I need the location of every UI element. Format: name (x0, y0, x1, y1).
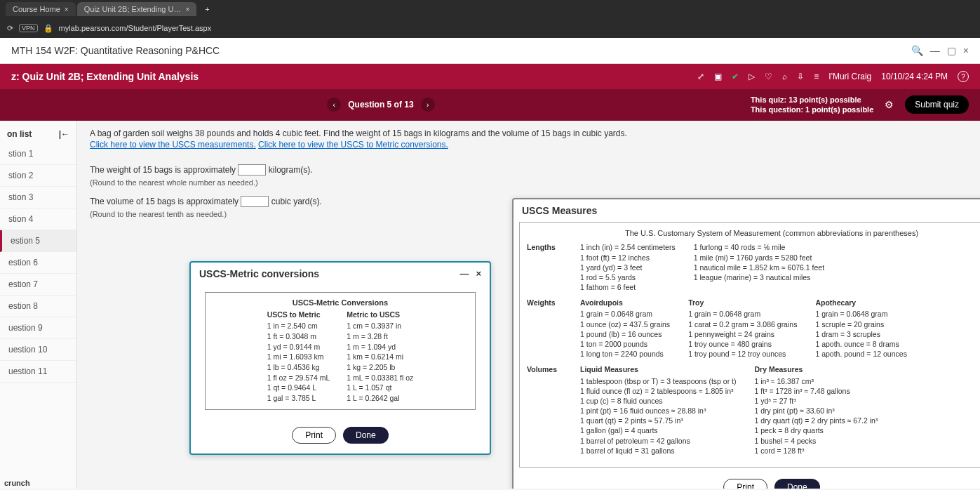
new-tab-button[interactable]: + (198, 2, 216, 16)
uscs-measures-popup: USCS Measures — × The U.S. Customary Sys… (512, 198, 980, 489)
user-name: I'Muri Craig (828, 72, 871, 81)
lock-icon: 🔒 (43, 24, 53, 33)
toolbar-icon[interactable]: ⌕ (782, 72, 787, 81)
collapse-icon[interactable]: |← (59, 129, 69, 139)
weight-input[interactable] (238, 164, 266, 176)
window-controls: 🔍 — ▢ × (911, 45, 969, 56)
minimize-icon[interactable]: — (930, 45, 940, 56)
minimize-icon[interactable]: — (459, 268, 469, 279)
toolbar-icon[interactable]: ▣ (714, 72, 722, 81)
uscs-metric-popup: USCS-Metric conversions — × USCS-Metric … (189, 261, 491, 455)
submit-quiz-button[interactable]: Submit quiz (905, 95, 969, 114)
menu-icon[interactable]: ≡ (814, 72, 819, 81)
sidebar-item[interactable]: uestion 9 (0, 317, 76, 339)
gear-icon[interactable]: ⚙ (885, 99, 894, 110)
browser-tabs: Course Home× Quiz Unit 2B; Extending U…×… (0, 0, 980, 18)
vpn-badge: VPN (19, 24, 38, 32)
toolbar-icon[interactable]: ▷ (749, 72, 755, 81)
address-bar[interactable]: ⟳ VPN 🔒 mylab.pearson.com/Student/Player… (0, 18, 980, 38)
sidebar-item[interactable]: stion 3 (0, 187, 76, 208)
done-button[interactable]: Done (774, 479, 820, 489)
sidebar-header: on list |← (0, 125, 76, 143)
brand-label: crunch (4, 479, 30, 487)
close-icon[interactable]: × (476, 268, 481, 279)
toolbar-icon[interactable]: ✔ (732, 72, 739, 81)
search-icon[interactable]: 🔍 (911, 45, 923, 56)
conversion-box-title: USCS-Metric Conversions (211, 298, 469, 307)
popup-intro: The U.S. Customary System of Measurement… (527, 228, 980, 239)
sidebar-item[interactable]: estion 6 (0, 252, 76, 274)
prev-question-button[interactable]: ‹ (327, 98, 341, 112)
question-points: This question: 1 point(s) possible (751, 105, 873, 114)
question-progress-bar: ‹ Question 5 of 13 › This quiz: 13 point… (0, 89, 980, 121)
toolbar-icon[interactable]: ⇩ (797, 72, 804, 81)
sidebar-item[interactable]: stion 2 (0, 165, 76, 187)
toolbar-icon[interactable]: ⤢ (697, 72, 704, 81)
print-button[interactable]: Print (292, 427, 336, 444)
popup-title: USCS-Metric conversions (199, 268, 319, 279)
quiz-title: z: Quiz Unit 2B; Extending Unit Analysis (11, 71, 199, 82)
maximize-icon[interactable]: ▢ (947, 45, 956, 56)
close-icon[interactable]: × (186, 6, 190, 13)
browser-tab[interactable]: Quiz Unit 2B; Extending U…× (77, 2, 197, 16)
rounding-hint: (Round to the nearest whole number as ne… (90, 177, 967, 190)
done-button[interactable]: Done (343, 427, 389, 444)
sidebar-item[interactable]: stion 1 (0, 143, 76, 165)
close-icon[interactable]: × (963, 45, 969, 56)
quiz-header: z: Quiz Unit 2B; Extending Unit Analysis… (0, 64, 980, 89)
sidebar-item[interactable]: estion 7 (0, 274, 76, 296)
toolbar-icon[interactable]: ♡ (765, 72, 772, 81)
uscs-measurements-link[interactable]: Click here to view the USCS measurements… (90, 140, 256, 150)
question-content: A bag of garden soil weighs 38 pounds an… (77, 121, 980, 489)
sidebar-item[interactable]: uestion 10 (0, 339, 76, 361)
url-text: mylab.pearson.com/Student/PlayerTest.asp… (59, 24, 212, 32)
next-question-button[interactable]: › (421, 98, 435, 112)
question-list-sidebar: on list |← stion 1 stion 2 stion 3 stion… (0, 121, 77, 489)
sidebar-item[interactable]: stion 4 (0, 208, 76, 230)
print-button[interactable]: Print (723, 479, 767, 489)
volume-input[interactable] (241, 196, 269, 207)
close-icon[interactable]: × (65, 6, 69, 13)
uscs-metric-link[interactable]: Click here to view the USCS to Metric co… (258, 140, 448, 150)
popup-title: USCS Measures (522, 205, 597, 216)
help-icon[interactable]: ? (958, 71, 969, 82)
question-prompt: A bag of garden soil weighs 38 pounds an… (90, 128, 967, 152)
reload-icon[interactable]: ⟳ (7, 24, 13, 33)
question-counter: Question 5 of 13 (348, 100, 413, 110)
datetime: 10/10/24 4:24 PM (881, 72, 948, 81)
course-title: MTH 154 W2F: Quantitative Reasoning P&HC… (11, 45, 220, 56)
sidebar-item[interactable]: uestion 11 (0, 361, 76, 383)
sidebar-item[interactable]: estion 5 (0, 230, 76, 252)
browser-tab[interactable]: Course Home× (6, 2, 76, 16)
quiz-points: This quiz: 13 point(s) possible (751, 95, 873, 105)
browser-chrome: Course Home× Quiz Unit 2B; Extending U…×… (0, 0, 980, 38)
course-header: MTH 154 W2F: Quantitative Reasoning P&HC… (0, 38, 980, 64)
sidebar-item[interactable]: estion 8 (0, 296, 76, 317)
